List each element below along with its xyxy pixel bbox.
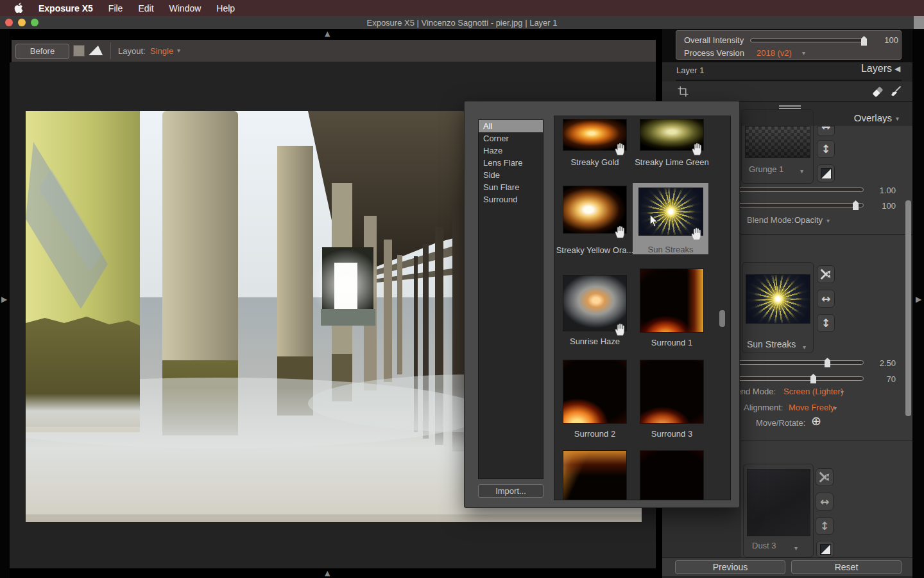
layout-value[interactable]: Single [150, 46, 173, 56]
split-preview-icon[interactable] [89, 46, 105, 55]
dust-dropdown-arrow-icon[interactable]: ▾ [794, 545, 798, 552]
grunge-blend-dropdown-arrow-icon[interactable]: ▾ [826, 218, 830, 224]
before-button[interactable]: Before [15, 44, 69, 59]
invert-mask-icon [820, 544, 831, 555]
invert-mask-button[interactable] [817, 164, 835, 182]
layers-collapse-arrow-icon[interactable]: ◀ [894, 65, 900, 73]
streaky-yellow-thumbnail[interactable] [563, 186, 627, 234]
streaky-lime-thumbnail[interactable] [640, 119, 704, 151]
category-item-corner[interactable]: Corner [479, 132, 543, 144]
sun-streaks-opacity-slider[interactable] [729, 376, 864, 381]
grab-hand-icon [612, 223, 628, 240]
layout-dropdown-arrow-icon[interactable]: ▾ [177, 48, 180, 54]
surround-3-thumbnail[interactable] [640, 360, 704, 424]
overlay-option-surround-1[interactable]: Surround 1 [637, 268, 707, 347]
sun-streaks-size-slider[interactable] [729, 360, 864, 365]
drag-handle-icon[interactable] [779, 105, 801, 107]
flip-horizontal-button[interactable]: ↔ [817, 290, 835, 308]
brush-icon[interactable] [889, 85, 902, 100]
streaky-gold-thumbnail[interactable] [563, 119, 627, 151]
overlay-option-streaky-yellow-ora-[interactable]: Streaky Yellow Ora... [560, 186, 630, 255]
close-window-button[interactable] [5, 19, 13, 26]
category-item-sun-flare[interactable]: Sun Flare [479, 181, 543, 193]
collapse-top-panel-arrow-icon[interactable]: ▲ [325, 30, 330, 37]
grunge-opacity-slider[interactable] [729, 203, 864, 207]
invert-mask-button[interactable] [816, 541, 834, 557]
overlays-collapse-arrow-icon[interactable]: ▾ [896, 116, 899, 122]
sun-streaks-blend-mode-value[interactable]: Screen (Lighter) [783, 387, 843, 396]
menu-edit[interactable]: Edit [138, 3, 153, 13]
overlay-option-surround-3[interactable]: Surround 3 [637, 360, 707, 439]
minimize-window-button[interactable] [18, 19, 26, 26]
mouse-cursor-icon [649, 214, 659, 229]
eraser-icon[interactable] [873, 87, 884, 98]
randomize-button[interactable] [816, 468, 834, 486]
surround-5-thumbnail[interactable] [640, 450, 704, 500]
surround-4-thumbnail[interactable] [563, 450, 627, 500]
sun-streaks-opacity-value: 70 [868, 374, 896, 384]
grunge-thumbnail[interactable] [745, 126, 810, 158]
flip-vertical-button[interactable]: ↕ [816, 517, 834, 535]
flip-vertical-button[interactable]: ↕ [817, 140, 835, 158]
crop-icon[interactable] [678, 86, 689, 100]
flip-vertical-button[interactable]: ↕ [817, 314, 835, 332]
grunge-blend-mode-value[interactable]: Opacity [794, 215, 823, 225]
category-item-all[interactable]: All [479, 120, 543, 132]
sun-streaks-size-slider-thumb[interactable] [825, 358, 830, 367]
category-item-side[interactable]: Side [479, 169, 543, 181]
reset-button[interactable]: Reset [791, 560, 902, 574]
sun-streaks-opacity-slider-thumb[interactable] [810, 374, 816, 383]
process-version-value[interactable]: 2018 (v2) [757, 48, 792, 58]
menu-app-name[interactable]: Exposure X5 [38, 3, 93, 13]
panel-scrollbar[interactable] [905, 200, 911, 416]
divider [676, 80, 902, 81]
category-item-lens-flare[interactable]: Lens Flare [479, 157, 543, 169]
overlay-option-streaky-gold[interactable]: Streaky Gold [560, 119, 630, 167]
layers-panel-title: Layers [821, 63, 892, 74]
process-version-dropdown-arrow-icon[interactable]: ▾ [802, 50, 805, 57]
surround-2-thumbnail[interactable] [563, 360, 627, 424]
overlay-option-streaky-lime-green[interactable]: Streaky Lime Green [637, 119, 707, 167]
overlay-option-sun-streaks[interactable]: Sun Streaks [633, 183, 708, 254]
overlay-option-sunrise-haze[interactable]: Sunrise Haze [560, 275, 630, 346]
expand-bottom-panel-arrow-icon[interactable]: ▲ [325, 570, 330, 577]
move-rotate-target-icon[interactable]: ⊕ [811, 415, 821, 427]
move-rotate-label: Move/Rotate: [756, 418, 805, 428]
expand-left-panel-arrow-icon[interactable]: ▶ [1, 295, 7, 303]
overall-intensity-slider[interactable] [750, 39, 866, 42]
sunrise-haze-thumbnail[interactable] [563, 275, 627, 331]
background-color-swatch[interactable] [73, 45, 85, 57]
category-item-surround[interactable]: Surround [479, 193, 543, 206]
alignment-value[interactable]: Move Freely [789, 403, 835, 412]
previous-button[interactable]: Previous [675, 560, 785, 574]
alignment-dropdown-arrow-icon[interactable]: ▾ [834, 405, 837, 412]
grunge-dropdown-arrow-icon[interactable]: ▾ [800, 168, 803, 175]
grid-scrollbar[interactable] [719, 310, 725, 327]
menu-file[interactable]: File [108, 3, 123, 13]
expand-right-panel-arrow-icon[interactable]: ▶ [916, 295, 921, 303]
current-layer-name: Layer 1 [676, 66, 704, 75]
zoom-window-button[interactable] [31, 19, 38, 26]
grunge-opacity-slider-thumb[interactable] [853, 200, 859, 210]
overlays-title: Overlays [828, 112, 892, 123]
sun-streaks-thumbnail[interactable] [746, 274, 810, 324]
flip-horizontal-button[interactable]: ↔ [817, 126, 835, 136]
surround-1-thumbnail[interactable] [640, 268, 704, 333]
import-button[interactable]: Import... [478, 484, 543, 498]
sun-streaks-blend-dropdown-arrow-icon[interactable]: ▾ [841, 389, 844, 396]
sun-streaks-dropdown-arrow-icon[interactable]: ▾ [803, 344, 806, 351]
menu-window[interactable]: Window [169, 3, 201, 13]
grunge-amount-slider[interactable] [729, 188, 864, 192]
dust-thumbnail[interactable] [747, 469, 810, 536]
sun-streaks-thumbnail[interactable] [638, 188, 703, 236]
menu-help[interactable]: Help [216, 3, 235, 13]
flip-horizontal-button[interactable]: ↔ [816, 493, 834, 511]
overlay-option-surround-2[interactable]: Surround 2 [560, 360, 630, 439]
category-item-haze[interactable]: Haze [479, 144, 543, 157]
overlay-option-surround-4[interactable] [560, 450, 630, 500]
overlay-option-surround-5[interactable] [637, 450, 707, 500]
randomize-button[interactable] [817, 265, 835, 283]
apple-menu-icon[interactable] [14, 3, 23, 13]
overall-intensity-slider-thumb[interactable] [861, 36, 867, 46]
overall-intensity-label: Overall Intensity [684, 35, 744, 45]
